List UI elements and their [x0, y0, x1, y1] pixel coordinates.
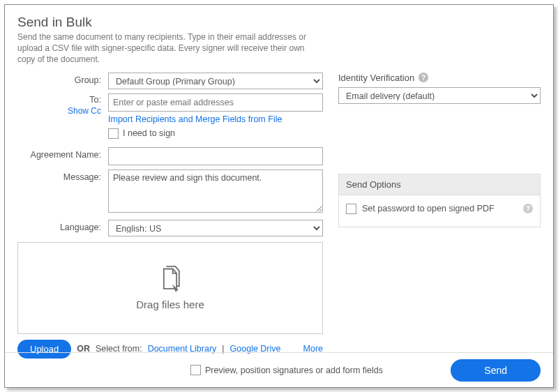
language-select[interactable]: English: US — [108, 220, 323, 236]
message-label: Message: — [17, 169, 108, 182]
footer-bar: Preview, position signatures or add form… — [5, 352, 553, 387]
need-sign-label: I need to sign — [123, 128, 175, 138]
form-right: Identity Verification ? Email delivery (… — [338, 73, 541, 359]
to-input[interactable] — [108, 93, 323, 112]
send-button[interactable]: Send — [451, 359, 541, 382]
preview-label: Preview, position signatures or add form… — [205, 365, 383, 375]
checkbox-icon — [190, 365, 201, 375]
set-password-label: Set password to open signed PDF — [362, 204, 523, 213]
need-sign-checkbox[interactable]: I need to sign — [108, 128, 323, 139]
checkbox-icon — [108, 128, 119, 139]
page-title: Send in Bulk — [17, 15, 541, 30]
send-options-title: Send Options — [339, 174, 540, 195]
identity-verification-title: Identity Verification — [338, 73, 414, 83]
agreement-name-input[interactable] — [108, 147, 323, 165]
file-drop-zone[interactable]: Drag files here — [17, 242, 323, 334]
import-recipients-link[interactable]: Import Recipients and Merge Fields from … — [108, 114, 323, 124]
set-password-checkbox[interactable]: Set password to open signed PDF — [346, 204, 523, 214]
group-label: Group: — [17, 73, 108, 85]
group-select[interactable]: Default Group (Primary Group) — [108, 73, 323, 89]
page-subtitle: Send the same document to many recipient… — [17, 31, 317, 66]
language-label: Language: — [17, 220, 108, 232]
send-options-box: Send Options Set password to open signed… — [338, 174, 541, 227]
identity-verification-select[interactable]: Email delivery (default) — [338, 87, 541, 104]
help-icon[interactable]: ? — [523, 204, 533, 213]
send-in-bulk-panel: Send in Bulk Send the same document to m… — [4, 4, 554, 388]
show-cc-link[interactable]: Show Cc — [17, 106, 101, 116]
files-icon — [155, 265, 186, 296]
drag-files-label: Drag files here — [136, 299, 204, 310]
message-textarea[interactable]: Please review and sign this document. — [108, 169, 323, 213]
checkbox-icon — [346, 204, 356, 214]
preview-checkbox[interactable]: Preview, position signatures or add form… — [190, 365, 383, 375]
form-left: Group: Default Group (Primary Group) To:… — [17, 73, 323, 359]
help-icon[interactable]: ? — [418, 73, 428, 82]
agreement-name-label: Agreement Name: — [17, 147, 108, 160]
to-label: To: — [89, 95, 101, 105]
